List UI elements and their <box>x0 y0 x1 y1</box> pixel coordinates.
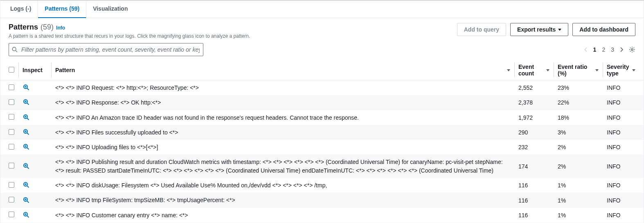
pattern-cell: <*> <*> INFO Customer canary entry <*> n… <box>51 208 514 223</box>
info-link[interactable]: Info <box>56 25 65 31</box>
pattern-cell: <*> <*> INFO Uploading files to <*>[<*>] <box>51 140 514 155</box>
sort-icon[interactable] <box>632 69 635 71</box>
svg-point-2 <box>631 49 633 50</box>
event-ratio-cell: 22% <box>554 95 603 110</box>
page-title: Patterns <box>9 23 38 32</box>
pattern-cell: <*> <*> INFO Response: <*> OK http:<*> <box>51 95 514 110</box>
table-row: <*> <*> INFO tmp FileSystem: tmpSizeMB: … <box>0 193 644 207</box>
inspect-icon[interactable] <box>23 211 30 218</box>
tab-visualization[interactable]: Visualization <box>86 1 134 18</box>
col-pattern: Pattern <box>55 67 75 73</box>
event-count-cell: 1,972 <box>514 110 554 125</box>
event-ratio-cell: 23% <box>554 80 603 96</box>
inspect-icon[interactable] <box>23 143 30 150</box>
severity-cell: INFO <box>603 178 644 193</box>
toolbar: 1 2 3 <box>0 41 644 60</box>
table-row: <*> <*> INFO An Amazon trace ID header w… <box>0 110 644 125</box>
svg-line-4 <box>27 88 29 90</box>
row-checkbox[interactable] <box>9 99 14 105</box>
severity-cell: INFO <box>603 80 644 96</box>
svg-line-32 <box>27 201 29 203</box>
row-checkbox[interactable] <box>9 129 14 135</box>
sort-icon[interactable] <box>546 69 549 71</box>
event-count-cell: 116 <box>514 193 554 207</box>
col-event-count: Event count <box>518 64 544 77</box>
table-row: <*> <*> INFO Publishing result and durat… <box>0 155 644 178</box>
row-checkbox[interactable] <box>9 163 14 168</box>
page-subtitle: A pattern is a shared text structure tha… <box>9 33 457 39</box>
export-results-button[interactable]: Export results <box>510 23 568 36</box>
filter-input[interactable] <box>9 43 203 56</box>
export-results-label: Export results <box>517 26 556 33</box>
table-row: <*> <*> INFO diskUsage: Filesystem <*> U… <box>0 178 644 193</box>
row-checkbox[interactable] <box>9 114 14 120</box>
event-ratio-cell: 1% <box>554 208 603 223</box>
sort-icon[interactable] <box>595 69 599 71</box>
col-inspect: Inspect <box>23 67 43 73</box>
svg-line-24 <box>27 167 29 169</box>
inspect-icon[interactable] <box>23 162 30 170</box>
svg-line-1 <box>16 50 17 52</box>
add-to-dashboard-button[interactable]: Add to dashboard <box>572 23 635 36</box>
inspect-icon[interactable] <box>23 98 30 106</box>
page-2[interactable]: 2 <box>602 46 605 53</box>
page-title-count: (59) <box>41 23 54 32</box>
event-ratio-cell: 2% <box>554 140 603 155</box>
tab-patterns[interactable]: Patterns (59) <box>38 1 86 18</box>
inspect-icon[interactable] <box>23 128 30 136</box>
event-count-cell: 290 <box>514 125 554 140</box>
page-1[interactable]: 1 <box>593 46 597 53</box>
pattern-cell: <*> <*> INFO Publishing result and durat… <box>51 155 514 178</box>
pattern-cell: <*> <*> INFO tmp FileSystem: tmpSizeMB: … <box>51 193 514 207</box>
svg-line-12 <box>27 118 29 120</box>
gear-icon[interactable] <box>629 46 635 53</box>
severity-cell: INFO <box>603 208 644 223</box>
row-checkbox[interactable] <box>9 144 14 150</box>
event-ratio-cell: 1% <box>554 193 603 207</box>
svg-line-28 <box>27 186 29 188</box>
page-3[interactable]: 3 <box>611 46 614 53</box>
pattern-cell: <*> <*> INFO An Amazon trace ID header w… <box>51 110 514 125</box>
table-row: <*> <*> INFO Request: <*> http:<*>; Reso… <box>0 80 644 96</box>
severity-cell: INFO <box>603 155 644 178</box>
row-checkbox[interactable] <box>9 197 14 203</box>
svg-point-0 <box>12 47 16 51</box>
tab-logs[interactable]: Logs (-) <box>4 1 38 18</box>
event-count-cell: 116 <box>514 208 554 223</box>
svg-line-16 <box>27 133 29 135</box>
header: Patterns (59) Info A pattern is a shared… <box>0 18 644 41</box>
svg-line-20 <box>27 148 29 150</box>
inspect-icon[interactable] <box>23 84 30 91</box>
inspect-icon[interactable] <box>23 181 30 189</box>
table-row: <*> <*> INFO Customer canary entry <*> n… <box>0 208 644 223</box>
col-event-ratio: Event ratio (%) <box>558 64 593 77</box>
col-severity: Severity type <box>607 64 630 77</box>
row-checkbox[interactable] <box>9 212 14 217</box>
severity-cell: INFO <box>603 125 644 140</box>
event-count-cell: 232 <box>514 140 554 155</box>
inspect-icon[interactable] <box>23 114 30 121</box>
pagination: 1 2 3 <box>584 46 635 53</box>
event-ratio-cell: 18% <box>554 110 603 125</box>
row-checkbox[interactable] <box>9 84 14 90</box>
next-page-icon[interactable] <box>620 47 623 52</box>
event-ratio-cell: 1% <box>554 178 603 193</box>
prev-page-icon[interactable] <box>584 47 588 52</box>
sort-icon[interactable] <box>507 69 510 71</box>
svg-line-8 <box>27 103 29 105</box>
severity-cell: INFO <box>603 193 644 207</box>
svg-line-36 <box>27 216 29 218</box>
event-count-cell: 116 <box>514 178 554 193</box>
select-all-checkbox[interactable] <box>9 67 14 73</box>
severity-cell: INFO <box>603 95 644 110</box>
inspect-icon[interactable] <box>23 196 30 204</box>
tab-bar: Logs (-) Patterns (59) Visualization <box>0 1 644 18</box>
severity-cell: INFO <box>603 140 644 155</box>
event-count-cell: 2,552 <box>514 80 554 96</box>
severity-cell: INFO <box>603 110 644 125</box>
table-row: <*> <*> INFO Uploading files to <*>[<*>]… <box>0 140 644 155</box>
add-to-query-button[interactable]: Add to query <box>457 23 506 36</box>
pattern-cell: <*> <*> INFO Request: <*> http:<*>; Reso… <box>51 80 514 96</box>
row-checkbox[interactable] <box>9 182 14 188</box>
event-count-cell: 2,378 <box>514 95 554 110</box>
